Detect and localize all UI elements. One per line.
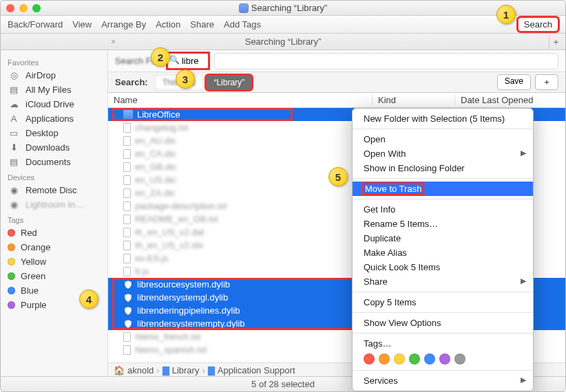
search-rest[interactable]	[214, 53, 558, 69]
path-appsupport[interactable]: Application Support	[218, 365, 295, 375]
sidebar-item-all-my-files[interactable]: ▤All My Files	[1, 83, 107, 97]
menu-action[interactable]: Action	[156, 19, 180, 30]
folder-icon	[123, 110, 133, 120]
sidebar-tag-orange[interactable]: Orange	[1, 240, 107, 254]
tag-color-dot[interactable]	[394, 353, 405, 364]
row-name: th_en_US_v2.dat	[135, 227, 204, 237]
sidebar-item-label: AirDrop	[25, 70, 56, 80]
row-name: README_en_GB.txt	[135, 214, 218, 224]
file-icon	[123, 188, 131, 198]
cm-view-options[interactable]: Show View Options	[353, 316, 533, 330]
tag-dot-icon	[8, 229, 15, 237]
row-name: changelog.txt	[135, 122, 188, 133]
titlebar: Searching “Library”	[1, 1, 565, 16]
row-name: es-ES.js	[135, 253, 168, 263]
tag-color-dot[interactable]	[409, 353, 420, 364]
tab-close-icon[interactable]: ×	[111, 37, 116, 47]
tag-color-dot[interactable]	[364, 353, 375, 364]
file-icon	[123, 267, 131, 276]
sidebar-item-label: Documents	[25, 157, 71, 167]
col-header-date[interactable]: Date Last Opened	[455, 95, 565, 105]
folder-icon: ▇	[163, 365, 169, 375]
sidebar-item-label: Green	[21, 271, 45, 281]
file-icon	[123, 254, 131, 263]
sidebar-tag-red[interactable]: Red	[1, 226, 107, 240]
cm-services[interactable]: Services▶	[353, 373, 533, 388]
file-icon	[123, 149, 131, 159]
add-criteria-button[interactable]: ＋	[535, 74, 558, 90]
sidebar-item-icloud-drive[interactable]: ☁iCloud Drive	[1, 97, 107, 111]
row-name: LibreOffice	[137, 109, 180, 120]
row-name: package-description.txt	[135, 201, 227, 211]
sidebar-item-label: Desktop	[25, 128, 59, 138]
sidebar-item-desktop[interactable]: ▭Desktop	[1, 126, 107, 140]
sidebar-item-label: All My Files	[25, 85, 71, 95]
col-header-name[interactable]: Name	[108, 95, 373, 105]
tag-color-dot[interactable]	[379, 353, 390, 364]
sidebar-item-documents[interactable]: ▤Documents	[1, 155, 107, 169]
callout-1: 1	[496, 5, 516, 24]
tag-dot-icon	[8, 258, 15, 265]
row-name: en_CA.dic	[135, 149, 176, 159]
tab-title[interactable]: Searching “Library”	[245, 36, 322, 47]
cm-new-folder[interactable]: New Folder with Selection (5 Items)	[353, 111, 533, 126]
sidebar-item-remote-disc[interactable]: ◉Remote Disc	[1, 183, 107, 197]
cm-share[interactable]: Share▶	[353, 274, 533, 289]
row-name: librenderingpipelines.dylib	[137, 305, 240, 316]
cm-get-info[interactable]: Get Info	[353, 202, 533, 217]
file-icon	[123, 202, 131, 211]
cm-open-with[interactable]: Open With▶	[353, 146, 533, 161]
finder-search-icon	[239, 3, 249, 13]
sidebar-item-lightroom-in-[interactable]: ◉Lightroom In…	[1, 197, 107, 212]
sidebar-tag-green[interactable]: Green	[1, 269, 107, 283]
menu-arrange-by[interactable]: Arrange By	[101, 19, 146, 30]
tag-dot-icon	[8, 243, 15, 251]
row-name: libresourcesystem.dylib	[137, 279, 230, 290]
tab-bar: × Searching “Library” ＋	[1, 34, 565, 50]
menu-share[interactable]: Share	[190, 19, 214, 30]
sidebar-item-downloads[interactable]: ⬇Downloads	[1, 140, 107, 155]
tag-dot-icon	[8, 272, 15, 280]
shield-icon	[123, 306, 133, 316]
save-search-button[interactable]: Save	[497, 74, 531, 90]
sidebar-item-label: iCloud Drive	[25, 99, 74, 109]
row-name: en_ZA.dic	[135, 188, 176, 198]
shield-icon	[123, 319, 133, 329]
toolbar: Back/Forward View Arrange By Action Shar…	[1, 16, 565, 34]
chevron-right-icon: ▶	[521, 276, 526, 285]
cm-duplicate[interactable]: Duplicate	[353, 231, 533, 246]
search-button[interactable]: Search	[518, 17, 558, 32]
tag-color-dot[interactable]	[454, 353, 465, 364]
file-icon	[123, 241, 131, 250]
sidebar-icon: ◎	[8, 71, 20, 80]
scope-library[interactable]: “Library”	[206, 75, 252, 90]
search-field-wrap: 🔍	[167, 53, 209, 69]
sidebar-item-airdrop[interactable]: ◎AirDrop	[1, 68, 107, 83]
sidebar-tag-yellow[interactable]: Yellow	[1, 254, 107, 269]
menu-view[interactable]: View	[72, 19, 92, 30]
cm-copy[interactable]: Copy 5 Items	[353, 295, 533, 309]
sidebar-icon: ⬇	[8, 143, 20, 153]
path-user[interactable]: aknold	[127, 365, 154, 375]
sidebar-icon: A	[8, 114, 20, 124]
cm-move-to-trash[interactable]: Move to Trash	[353, 182, 533, 196]
sidebar-item-label: Applications	[25, 113, 74, 124]
cm-show-enclosing[interactable]: Show in Enclosing Folder	[353, 161, 533, 175]
cm-rename[interactable]: Rename 5 Items…	[353, 217, 533, 231]
row-name: th_en_US_v2.idx	[135, 240, 203, 250]
cm-open[interactable]: Open	[353, 132, 533, 146]
tab-add-icon[interactable]: ＋	[549, 35, 563, 49]
path-library[interactable]: Library	[172, 365, 200, 375]
tag-color-dot[interactable]	[439, 353, 450, 364]
cm-make-alias[interactable]: Make Alias	[353, 246, 533, 260]
sidebar-icon: ☁	[8, 100, 20, 109]
search-for-row: Search For: 🔍	[108, 50, 565, 72]
tag-color-dot[interactable]	[424, 353, 435, 364]
cm-quick-look[interactable]: Quick Look 5 Items	[353, 260, 533, 274]
back-forward-button[interactable]: Back/Forward	[8, 19, 63, 30]
home-icon: 🏠	[114, 365, 125, 375]
callout-4: 4	[79, 290, 98, 309]
col-header-kind[interactable]: Kind	[373, 95, 455, 105]
sidebar-item-applications[interactable]: AApplications	[1, 111, 107, 126]
menu-add-tags[interactable]: Add Tags	[224, 19, 261, 30]
